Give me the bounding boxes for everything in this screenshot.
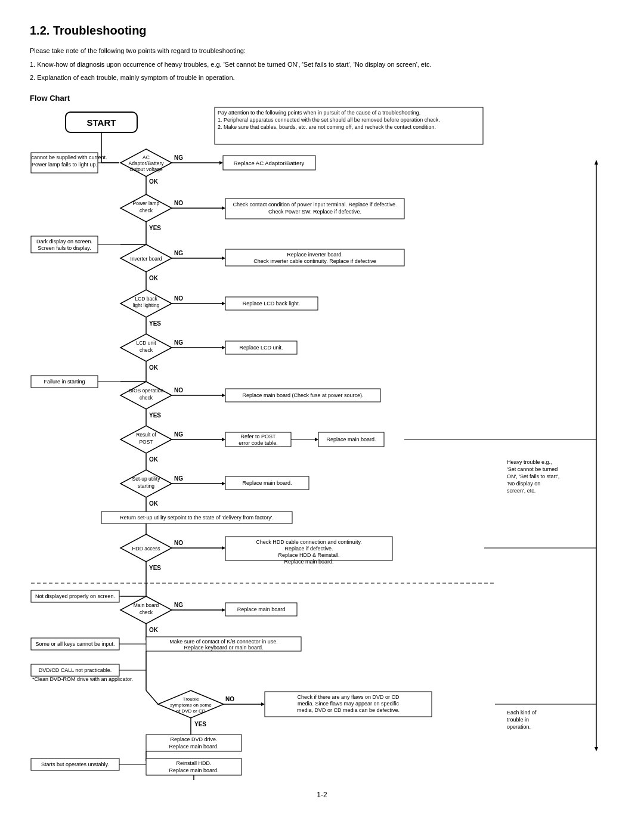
svg-text:YES: YES bbox=[149, 320, 161, 327]
flow-chart-title: Flow Chart bbox=[30, 94, 614, 103]
svg-text:2. Make sure that cables, boar: 2. Make sure that cables, boards, etc. a… bbox=[218, 124, 436, 130]
svg-marker-132 bbox=[595, 160, 598, 165]
svg-text:symptoms on some: symptoms on some bbox=[170, 702, 212, 708]
svg-text:Set cannot be supplied with cu: Set cannot be supplied with current. bbox=[30, 154, 107, 160]
svg-text:NG: NG bbox=[174, 431, 183, 438]
svg-marker-106 bbox=[222, 482, 225, 485]
svg-text:OK: OK bbox=[149, 178, 159, 185]
svg-text:OK: OK bbox=[149, 275, 159, 281]
svg-line-168 bbox=[146, 690, 158, 704]
svg-text:NO: NO bbox=[174, 540, 183, 546]
svg-text:OK: OK bbox=[149, 627, 159, 633]
svg-text:NO: NO bbox=[174, 295, 183, 302]
svg-text:check: check bbox=[140, 208, 153, 213]
svg-text:YES: YES bbox=[149, 225, 161, 231]
svg-text:LCD unit: LCD unit bbox=[136, 340, 156, 346]
svg-text:OK: OK bbox=[149, 364, 159, 371]
svg-text:operation.: operation. bbox=[507, 724, 531, 730]
svg-text:Replace main board.: Replace main board. bbox=[242, 480, 292, 486]
svg-text:Each kind of: Each kind of bbox=[507, 710, 537, 716]
page-title: 1.2. Troubleshooting bbox=[30, 24, 614, 38]
svg-text:of DVD or CD: of DVD or CD bbox=[177, 708, 206, 714]
svg-text:Replace HDD & Reinstall.: Replace HDD & Reinstall. bbox=[278, 552, 339, 558]
svg-text:check: check bbox=[140, 347, 153, 353]
svg-text:Heavy trouble e.g.,: Heavy trouble e.g., bbox=[507, 459, 552, 465]
svg-text:HDD access: HDD access bbox=[132, 546, 160, 552]
svg-text:'Set cannot be turned: 'Set cannot be turned bbox=[507, 466, 558, 472]
flow-chart: Flow Chart Pay attention to the followin… bbox=[30, 94, 614, 780]
svg-text:YES: YES bbox=[149, 565, 161, 571]
svg-text:Main board: Main board bbox=[134, 602, 159, 608]
svg-text:Replace main board.: Replace main board. bbox=[326, 436, 376, 442]
svg-text:Result of: Result of bbox=[136, 432, 156, 438]
svg-text:starting: starting bbox=[138, 483, 154, 489]
svg-text:OK: OK bbox=[149, 456, 159, 463]
svg-text:light lighting: light lighting bbox=[133, 302, 160, 308]
svg-text:LCD back: LCD back bbox=[135, 296, 157, 302]
svg-text:*Clean DVD-ROM drive with an a: *Clean DVD-ROM drive with an applicator. bbox=[32, 676, 133, 682]
svg-marker-91 bbox=[222, 438, 225, 441]
svg-text:check: check bbox=[140, 609, 153, 615]
svg-text:Check contact condition of pow: Check contact condition of power input t… bbox=[233, 202, 397, 208]
svg-text:AC: AC bbox=[143, 154, 150, 160]
svg-marker-45 bbox=[222, 256, 225, 260]
svg-text:1. Peripheral apparatus connec: 1. Peripheral apparatus connected with t… bbox=[218, 117, 440, 123]
svg-text:Replace if defective.: Replace if defective. bbox=[284, 546, 333, 552]
svg-text:error code table.: error code table. bbox=[239, 440, 278, 446]
svg-text:NO: NO bbox=[174, 387, 183, 394]
svg-text:NG: NG bbox=[174, 475, 183, 482]
svg-text:Pay attention to the following: Pay attention to the following points wh… bbox=[218, 110, 420, 116]
svg-text:check: check bbox=[140, 395, 153, 401]
svg-text:Adaptor/Battery: Adaptor/Battery bbox=[128, 160, 164, 166]
svg-text:Reinstall HDD.: Reinstall HDD. bbox=[176, 760, 211, 766]
svg-text:Some or all keys cannot be inp: Some or all keys cannot be input. bbox=[35, 641, 114, 647]
svg-text:Replace LCD back light.: Replace LCD back light. bbox=[243, 301, 301, 306]
flowchart-svg: Pay attention to the following points wh… bbox=[30, 106, 614, 780]
svg-text:Power lamp: Power lamp bbox=[133, 200, 160, 206]
svg-text:Replace main board: Replace main board bbox=[237, 606, 286, 612]
svg-text:Replace main board (Check fuse: Replace main board (Check fuse at power … bbox=[242, 392, 363, 398]
svg-text:Screen fails to display.: Screen fails to display. bbox=[38, 245, 91, 251]
svg-marker-171 bbox=[261, 702, 265, 706]
svg-text:media. Since flaws may appear : media. Since flaws may appear on specifi… bbox=[298, 701, 400, 707]
svg-text:START: START bbox=[87, 117, 116, 128]
svg-text:NG: NG bbox=[174, 339, 183, 346]
page-number: 1-2 bbox=[30, 791, 614, 799]
svg-marker-56 bbox=[222, 302, 225, 305]
svg-text:Replace main board.: Replace main board. bbox=[169, 744, 218, 750]
svg-text:Trouble: Trouble bbox=[183, 696, 199, 702]
svg-text:Replace LCD unit.: Replace LCD unit. bbox=[239, 345, 283, 351]
svg-text:NG: NG bbox=[174, 250, 183, 256]
svg-text:Replace main board.: Replace main board. bbox=[169, 767, 218, 773]
svg-text:Failure in starting: Failure in starting bbox=[44, 379, 85, 385]
intro-text: Please take note of the following two po… bbox=[30, 46, 614, 83]
svg-marker-66 bbox=[222, 346, 225, 349]
svg-text:media, DVD or CD media can be : media, DVD or CD media can be defective. bbox=[297, 707, 400, 713]
svg-text:trouble in: trouble in bbox=[507, 717, 529, 723]
svg-marker-96 bbox=[315, 438, 318, 441]
svg-text:Not displayed properly on scre: Not displayed properly on screen. bbox=[35, 593, 115, 599]
svg-text:Replace DVD drive.: Replace DVD drive. bbox=[170, 736, 217, 742]
svg-text:Check Power SW. Replace if def: Check Power SW. Replace if defective. bbox=[268, 209, 361, 215]
svg-text:Set-up utility: Set-up utility bbox=[132, 476, 161, 482]
svg-text:Replace inverter board.: Replace inverter board. bbox=[287, 252, 343, 258]
svg-text:screen', etc.: screen', etc. bbox=[507, 488, 535, 494]
svg-text:NG: NG bbox=[174, 602, 183, 608]
svg-text:Output voltage: Output voltage bbox=[129, 166, 163, 172]
svg-text:ON', 'Set fails to start',: ON', 'Set fails to start', bbox=[507, 473, 559, 479]
svg-marker-133 bbox=[595, 747, 598, 751]
svg-text:Check if there are any flaws o: Check if there are any flaws on DVD or C… bbox=[297, 694, 400, 700]
svg-text:POST: POST bbox=[139, 439, 153, 445]
svg-text:BIOS operation: BIOS operation bbox=[129, 388, 163, 394]
svg-text:YES: YES bbox=[149, 412, 161, 419]
svg-text:NG: NG bbox=[174, 154, 183, 161]
svg-text:Power lamp fails to light up.: Power lamp fails to light up. bbox=[32, 162, 97, 168]
svg-text:Make sure of contact of K/B co: Make sure of contact of K/B connector in… bbox=[169, 639, 278, 645]
svg-marker-29 bbox=[222, 206, 225, 210]
svg-marker-123 bbox=[222, 546, 225, 550]
svg-text:NO: NO bbox=[174, 200, 183, 206]
svg-text:YES: YES bbox=[194, 721, 206, 727]
svg-text:Check HDD cable connection and: Check HDD cable connection and continuit… bbox=[256, 539, 361, 545]
svg-text:Starts but operates unstably.: Starts but operates unstably. bbox=[41, 761, 109, 767]
svg-marker-19 bbox=[219, 161, 223, 165]
